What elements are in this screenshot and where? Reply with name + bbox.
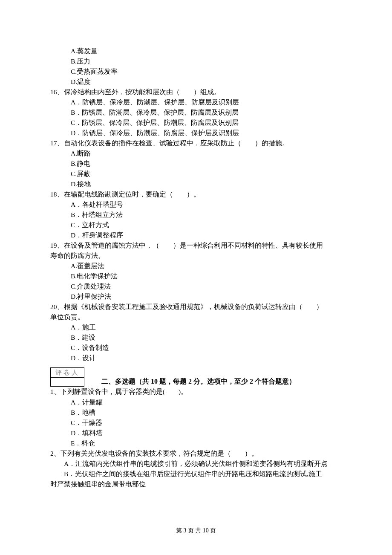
s2-q1-option-c: C．干燥器 — [71, 418, 343, 428]
exam-page: A.蒸发量 B.压力 C.受热面蒸发率 D.温度 16、保冷结构由内至外，按功能… — [0, 0, 392, 555]
s2-q2-option-b-line1: B．光伏组件之间的接线在组串后应进行光伏组件串的开路电压和短路电流的测试,施工 — [50, 469, 343, 479]
section-2-header-row: 评卷人 二、多选题（共 10 题，每题 2 分。选项中，至少 2 个符合题意） — [50, 365, 343, 387]
q16-option-a: A．防锈层、保冷层、防潮层、保护层、防腐层及识别层 — [71, 97, 343, 107]
s2-q1-option-b: B．地槽 — [71, 408, 343, 418]
q20-option-a: A．施工 — [71, 322, 343, 332]
s2-q1-option-a: A．计量罐 — [71, 397, 343, 408]
q19-option-c: C.介质处理法 — [71, 281, 343, 292]
s2-q1-options: A．计量罐 B．地槽 C．干燥器 D．填料塔 E．料仓 — [50, 397, 343, 448]
q16-text: 16、保冷结构由内至外，按功能和层次由（ ）组成。 — [50, 87, 343, 97]
q17-options: A.断路 B.静电 C.屏蔽 D.接地 — [50, 148, 343, 189]
q18-option-d: D．杆身调整程序 — [71, 230, 343, 240]
q15-option-b: B.压力 — [71, 56, 343, 66]
q19-options: A.覆盖层法 B.电化学保护法 C.介质处理法 D.衬里保护法 — [50, 261, 343, 302]
q19-option-d: D.衬里保护法 — [71, 292, 343, 302]
q20-option-b: B．建设 — [71, 332, 343, 343]
grader-empty-cell — [50, 378, 84, 387]
q20-option-d: D．设计 — [71, 353, 343, 363]
q15-options: A.蒸发量 B.压力 C.受热面蒸发率 D.温度 — [50, 46, 343, 87]
q15-option-d: D.温度 — [71, 77, 343, 87]
q16-option-c: C．防锈层、保冷层、保护层、防潮层、防腐层及识别层 — [71, 118, 343, 128]
q15-option-c: C.受热面蒸发率 — [71, 66, 343, 77]
q17-option-b: B.静电 — [71, 159, 343, 169]
q18-option-c: C．立杆方式 — [71, 220, 343, 230]
q19-text-line1: 19、在设备及管道的腐蚀方法中，（ ）是一种综合利用不同材料的特性、具有较长使用 — [50, 240, 343, 251]
q17-text: 17、自动化仪表设备的插件在检查、试验过程中，应采取防止（ ）的措施。 — [50, 138, 343, 148]
s2-q1-option-d: D．填料塔 — [71, 428, 343, 438]
s2-q2-option-b-line2: 时严禁接触组串的金属带电部位 — [50, 479, 343, 489]
q20-text-line1: 20、根据《机械设备安装工程施工及验收通用规范》，机械设备的负荷试运转应由（ ） — [50, 302, 343, 312]
q17-option-a: A.断路 — [71, 148, 343, 159]
q16-option-b: B．防锈层、防潮层、保冷层、保护层、防腐层及识别层 — [71, 107, 343, 118]
q20-option-c: C．设备制造 — [71, 343, 343, 353]
page-footer: 第 3 页 共 10 页 — [0, 526, 392, 535]
q18-option-b: B．杆塔组立方法 — [71, 210, 343, 220]
grader-label: 评卷人 — [50, 367, 84, 378]
q19-text-line2: 寿命的防腐方法。 — [50, 251, 343, 261]
q16-option-d: D．防锈层、保冷层、防潮层、防腐层、保护层及识别层 — [71, 128, 343, 138]
q16-options: A．防锈层、保冷层、防潮层、保护层、防腐层及识别层 B．防锈层、防潮层、保冷层、… — [50, 97, 343, 138]
s2-q1-text: 1、下列静置设备中，属于容器类的是( )。 — [50, 387, 343, 397]
q17-option-c: C.屏蔽 — [71, 169, 343, 179]
section-2-title: 二、多选题（共 10 题，每题 2 分。选项中，至少 2 个符合题意） — [84, 376, 296, 387]
q18-text: 18、在输配电线路勘测定位时，要确定（ ）。 — [50, 189, 343, 199]
q15-option-a: A.蒸发量 — [71, 46, 343, 56]
q20-options: A．施工 B．建设 C．设备制造 D．设计 — [50, 322, 343, 363]
q20-text-line2: 单位负责。 — [50, 312, 343, 322]
s2-q1-option-e: E．料仓 — [71, 438, 343, 448]
q17-option-d: D.接地 — [71, 179, 343, 189]
q18-option-a: A．各处杆塔型号 — [71, 199, 343, 210]
q19-option-b: B.电化学保护法 — [71, 271, 343, 281]
s2-q2-text: 2、下列有关光伏发电设备的安装技术要求，符合规定的是（ ）。 — [50, 448, 343, 459]
q19-option-a: A.覆盖层法 — [71, 261, 343, 271]
grader-box: 评卷人 — [50, 367, 84, 387]
s2-q2-option-a: A．汇流箱内光伏组件串的电缆接引前，必须确认光伏组件侧和逆变器侧均有明显断开点 — [50, 459, 343, 469]
q18-options: A．各处杆塔型号 B．杆塔组立方法 C．立杆方式 D．杆身调整程序 — [50, 199, 343, 240]
